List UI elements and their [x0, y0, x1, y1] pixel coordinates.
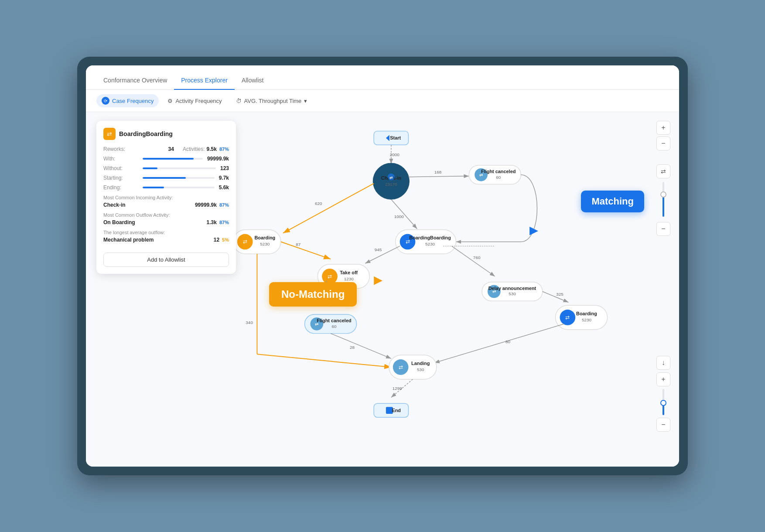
svg-text:5230: 5230: [425, 242, 435, 246]
panel-title: BoardingBoarding: [119, 130, 173, 137]
svg-text:BoardingBoarding: BoardingBoarding: [409, 235, 451, 240]
svg-text:Flight canceled: Flight canceled: [481, 169, 516, 174]
device-frame: Conformance Overview Process Explorer Al…: [77, 57, 688, 475]
zoom-controls: + −: [656, 121, 670, 150]
panel-icon: ⇄: [103, 128, 116, 140]
svg-line-33: [452, 246, 495, 276]
filter-controls: ⇄ −: [656, 164, 670, 236]
svg-line-56: [543, 291, 568, 302]
svg-line-24: [281, 242, 331, 259]
top-slider: [663, 182, 664, 217]
tab-allowlist[interactable]: Allowlist: [235, 72, 271, 90]
add-to-allowlist-btn[interactable]: Add to Allowlist: [103, 252, 229, 267]
svg-line-73: [434, 324, 564, 363]
avg-throughput-btn[interactable]: ⏱ AVG. Throughput Time ▾: [231, 95, 313, 107]
svg-text:⇄: ⇄: [399, 364, 403, 370]
zoom-out-btn[interactable]: −: [656, 136, 670, 150]
with-row: With: 99999.9k: [103, 156, 229, 162]
svg-text:23170: 23170: [385, 182, 397, 187]
svg-text:Flight canceled: Flight canceled: [317, 318, 351, 323]
svg-text:⇄: ⇄: [328, 273, 332, 280]
bottom-controls: ↓ + −: [656, 356, 670, 432]
svg-text:Landing: Landing: [411, 361, 430, 366]
svg-line-31: [365, 246, 400, 263]
bottom-slider: [663, 389, 664, 415]
svg-marker-46: [374, 276, 382, 285]
starting-row: Starting: 9.7k: [103, 175, 229, 181]
svg-text:1230: 1230: [344, 276, 354, 281]
svg-text:⇄: ⇄: [243, 239, 247, 245]
zoom-in-btn[interactable]: +: [656, 121, 670, 135]
without-progress: [143, 167, 216, 169]
tabs-bar: Conformance Overview Process Explorer Al…: [86, 65, 679, 90]
activity-frequency-btn[interactable]: ⚙ Activity Frequency: [162, 95, 227, 107]
panel-header: ⇄ BoardingBoarding: [103, 128, 229, 140]
svg-line-15: [408, 176, 469, 177]
svg-text:Start: Start: [390, 135, 401, 140]
svg-text:⇄: ⇄: [389, 175, 393, 180]
svg-text:5230: 5230: [582, 317, 592, 322]
svg-text:Boarding: Boarding: [576, 311, 597, 316]
slider-thumb-top[interactable]: [660, 191, 666, 198]
chevron-down-icon: ▾: [304, 98, 307, 104]
info-panel: ⇄ BoardingBoarding Reworks: 34 Activitie…: [96, 121, 236, 274]
case-frequency-btn[interactable]: ⟳ Case Frequency: [96, 94, 159, 107]
plus-btn[interactable]: +: [656, 372, 670, 386]
svg-text:760: 760: [473, 255, 481, 260]
ending-row: Ending: 5.6k: [103, 184, 229, 191]
clock-icon: ⏱: [236, 98, 242, 104]
down-btn[interactable]: ↓: [656, 356, 670, 370]
svg-text:Delay announcement: Delay announcement: [488, 285, 536, 290]
filter-btn[interactable]: ⇄: [656, 164, 670, 178]
svg-text:80: 80: [505, 339, 511, 344]
svg-text:End: End: [392, 408, 401, 413]
svg-line-63: [331, 334, 391, 359]
svg-text:620: 620: [315, 201, 322, 206]
canvas-area: Start 2000 Check-in 23170 ⇄ 100: [86, 112, 679, 467]
svg-text:Take off: Take off: [340, 270, 358, 275]
activity-freq-icon: ⚙: [167, 98, 173, 104]
minus-bottom-btn[interactable]: −: [656, 418, 670, 432]
svg-text:5230: 5230: [260, 242, 270, 246]
with-progress: [143, 158, 203, 160]
longest-row: Mechanical problem 12 5%: [103, 237, 229, 243]
svg-text:2000: 2000: [390, 152, 400, 157]
tab-conformance[interactable]: Conformance Overview: [96, 72, 174, 90]
without-row: Without: 123: [103, 165, 229, 171]
svg-marker-40: [529, 227, 538, 235]
svg-text:1299: 1299: [393, 386, 403, 391]
svg-text:530: 530: [417, 367, 424, 372]
ending-progress: [143, 187, 215, 188]
svg-text:87: 87: [296, 242, 301, 247]
minus-btn[interactable]: −: [656, 222, 670, 236]
svg-text:28: 28: [350, 345, 355, 350]
svg-line-66: [257, 354, 391, 367]
svg-text:60: 60: [331, 324, 337, 329]
outflow-row: On Boarding 1.3k 87%: [103, 219, 229, 225]
svg-text:945: 945: [375, 247, 382, 252]
no-matching-badge: No-Matching: [269, 282, 357, 307]
main-window: Conformance Overview Process Explorer Al…: [86, 65, 679, 467]
reworks-row: Reworks: 34 Activities: 9.5k 87%: [103, 146, 229, 152]
svg-text:530: 530: [509, 291, 516, 296]
svg-text:325: 325: [556, 292, 564, 297]
svg-text:1000: 1000: [394, 214, 404, 219]
svg-line-17: [283, 184, 374, 233]
svg-text:⇄: ⇄: [565, 314, 570, 321]
svg-text:168: 168: [434, 170, 442, 174]
incoming-row: Check-in 99999.9k 87%: [103, 202, 229, 208]
svg-text:Boarding: Boarding: [254, 235, 275, 240]
tab-process-explorer[interactable]: Process Explorer: [174, 72, 235, 90]
svg-text:340: 340: [246, 320, 253, 325]
matching-badge: Matching: [581, 191, 644, 212]
slider-thumb-bottom[interactable]: [660, 400, 666, 406]
toolbar: ⟳ Case Frequency ⚙ Activity Frequency ⏱ …: [86, 90, 679, 112]
svg-text:60: 60: [496, 175, 501, 180]
starting-progress: [143, 177, 215, 179]
